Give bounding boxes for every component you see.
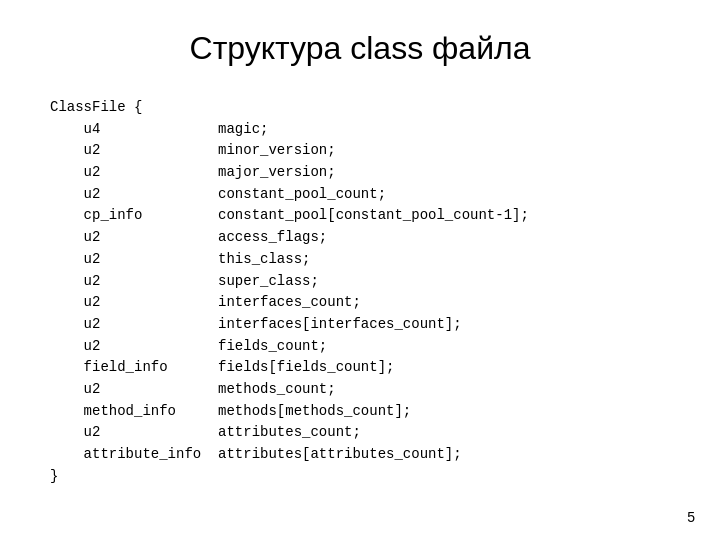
code-block: ClassFile { u4 magic; u2 minor_version; … (40, 97, 680, 487)
slide: Структура class файла ClassFile { u4 mag… (0, 0, 720, 540)
slide-title: Структура class файла (40, 30, 680, 77)
page-number: 5 (687, 509, 695, 525)
